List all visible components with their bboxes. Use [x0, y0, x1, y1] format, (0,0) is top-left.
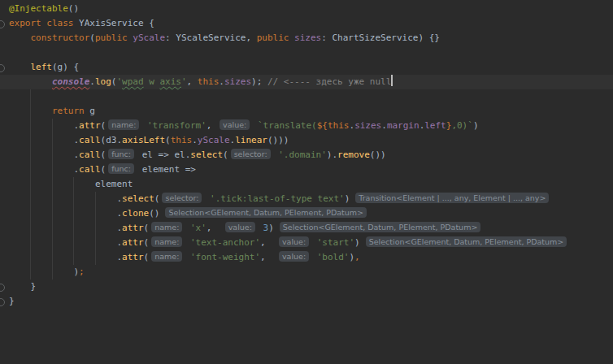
param-hint: value: — [225, 222, 255, 232]
code-token: linear — [235, 135, 267, 145]
code-token: el => el. — [137, 150, 190, 160]
code-token: wpad — [122, 76, 144, 87]
code-token: ( — [89, 32, 95, 43]
code-line[interactable]: } — [0, 280, 613, 294]
code-token — [252, 120, 258, 131]
code-token: `translate( — [258, 120, 317, 131]
code-line[interactable]: export class YAxisService { — [0, 16, 613, 31]
code-token: ()) — [370, 150, 386, 160]
code-line[interactable]: .attr(name: 'x', value: 3)Selection<GEle… — [0, 221, 613, 236]
code-token: () — [68, 3, 79, 14]
code-token: call — [79, 164, 101, 175]
code-token — [311, 237, 317, 248]
code-token: . — [192, 135, 198, 145]
code-token: ) — [9, 266, 79, 277]
code-token: , — [260, 252, 276, 262]
code-token: axis — [159, 76, 181, 87]
param-hint: name: — [151, 222, 182, 232]
code-line[interactable]: left(g) { — [0, 60, 613, 75]
code-line[interactable]: .call(d3.axisLeft(this.yScale.linear())) — [0, 133, 613, 148]
code-token: // <---- здесь уже null — [262, 76, 391, 87]
code-token — [185, 252, 190, 262]
code-token: YAxisService { — [73, 18, 154, 28]
code-token: g — [85, 106, 95, 116]
code-line[interactable] — [0, 89, 613, 104]
code-line[interactable]: ); — [0, 265, 613, 280]
code-line[interactable]: .attr(name: 'font-weight', value: 'bold'… — [0, 250, 613, 265]
code-token: sizes — [294, 32, 321, 43]
code-token: margin — [387, 120, 420, 131]
code-line[interactable]: console.log('wpad w axis', this.sizes); … — [0, 75, 613, 89]
code-line[interactable] — [0, 46, 613, 60]
code-token: : YScaleService, — [165, 32, 257, 43]
code-line[interactable]: .attr(name: 'transform', value: `transla… — [0, 119, 613, 133]
code-token: . — [9, 208, 122, 219]
code-token: clone — [122, 208, 149, 219]
code-token — [185, 237, 190, 248]
code-token: . — [9, 223, 122, 233]
param-hint: value: — [220, 119, 250, 130]
code-token: 'text-anchor' — [190, 237, 260, 248]
code-token: . — [381, 120, 387, 131]
code-token: select — [122, 193, 154, 204]
code-line[interactable]: @Injectable() — [0, 2, 613, 16]
code-token: w — [144, 76, 160, 87]
code-line[interactable]: return g — [0, 104, 613, 119]
code-token: ( — [144, 237, 150, 248]
code-token: public — [257, 32, 289, 43]
code-token: yScale — [198, 135, 230, 145]
code-token: sizes — [224, 76, 251, 87]
gutter-fold-icon[interactable] — [0, 284, 5, 292]
code-token: () — [149, 208, 159, 219]
code-token — [9, 76, 52, 87]
code-token — [311, 252, 317, 262]
code-line[interactable]: .call(func: el => el.select(selector: '.… — [0, 148, 613, 162]
code-token — [9, 32, 31, 43]
code-token: export class — [9, 18, 73, 28]
code-token: . — [9, 164, 79, 175]
code-line[interactable]: element — [0, 177, 613, 192]
code-token — [141, 120, 147, 131]
gutter-fold-icon[interactable] — [0, 298, 5, 306]
code-token: left — [31, 62, 53, 72]
code-token: , — [207, 120, 217, 131]
code-token: . — [9, 237, 122, 248]
code-line[interactable]: .attr(name: 'text-anchor', value: 'start… — [0, 236, 613, 250]
param-hint: value: — [279, 251, 309, 262]
code-line[interactable]: .call(func: element => — [0, 162, 613, 177]
code-token: . — [89, 76, 95, 87]
code-token: call — [79, 135, 101, 145]
code-token: , — [354, 252, 360, 262]
param-hint: name: — [151, 236, 182, 247]
code-line[interactable]: } — [0, 294, 613, 309]
code-token: constructor — [31, 32, 90, 43]
code-token: ( — [144, 252, 150, 262]
param-hint: value: — [279, 236, 309, 247]
code-token: attr — [122, 223, 144, 233]
code-line[interactable]: constructor(public yScale: YScaleService… — [0, 31, 613, 46]
code-token: ). — [327, 150, 337, 160]
param-hint: func: — [108, 149, 134, 159]
code-token: ${ — [317, 120, 328, 131]
code-token: } — [9, 281, 36, 292]
code-token: sizes — [354, 120, 381, 131]
code-token: @Injectable — [9, 3, 68, 14]
code-token: (d3. — [101, 135, 123, 145]
code-line[interactable]: .select(selector: '.tick:last-of-type te… — [0, 192, 613, 206]
gutter-fold-icon[interactable] — [0, 64, 5, 72]
param-hint: selector: — [162, 193, 202, 203]
code-token: ' — [181, 76, 187, 87]
gutter-fold-icon[interactable] — [0, 20, 5, 28]
code-token: ) — [473, 120, 479, 131]
text-caret — [391, 75, 393, 86]
code-token: , — [260, 237, 276, 248]
code-token: 'start' — [317, 237, 354, 248]
code-editor[interactable]: @Injectable()export class YAxisService {… — [0, 0, 613, 364]
code-token: ())) — [267, 135, 289, 145]
code-token: attr — [79, 120, 101, 131]
param-hint: selector: — [231, 149, 271, 159]
code-token: call — [79, 150, 101, 160]
code-line[interactable]: .clone()Selection<GElement, Datum, PElem… — [0, 206, 613, 221]
code-token: '.domain' — [278, 150, 327, 160]
code-token: this — [328, 120, 350, 131]
